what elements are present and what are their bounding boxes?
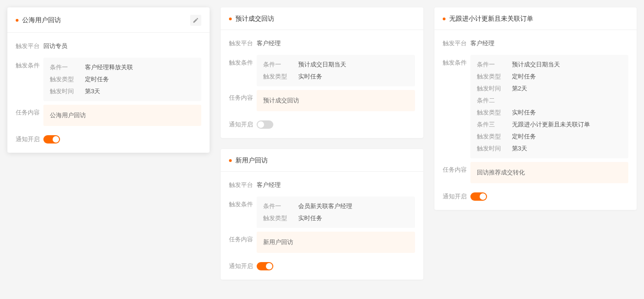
card-header: 预计成交回访: [221, 7, 423, 30]
toggle-knob-icon: [480, 193, 486, 200]
notify-toggle[interactable]: [257, 262, 273, 270]
row-notify: 通知开启: [221, 113, 423, 136]
conditions-block: 条件一 预计成交日期当天 触发类型 实时任务: [257, 55, 415, 86]
label-notify: 通知开启: [16, 131, 43, 144]
notify-toggle[interactable]: [43, 135, 60, 144]
conditions-block: 条件一 客户经理释放关联 触发类型 定时任务 触发时间 第3天: [43, 58, 201, 101]
column-1: 公海用户回访 触发平台 回访专员 触发条件 条件一 客户经理释放关联: [7, 7, 210, 153]
label-notify: 通知开启: [229, 257, 257, 270]
label-content: 任务内容: [229, 90, 257, 102]
content-block: 预计成交回访: [257, 90, 415, 111]
cond-line: 触发时间 第2天: [477, 83, 622, 95]
cond-line: 触发类型 实时任务: [477, 107, 622, 119]
cond-value: 定时任务: [512, 132, 536, 141]
row-platform: 触发平台 客户经理: [221, 175, 423, 195]
notify-toggle[interactable]: [257, 120, 273, 129]
cond-line: 条件一 预计成交日期当天: [477, 59, 622, 71]
cond-key: 触发类型: [263, 72, 287, 81]
row-conditions: 触发条件 条件一 预计成交日期当天 触发类型 实时任务: [221, 53, 423, 88]
card-body: 触发平台 客户经理 触发条件 条件一 预计成交日期当天 触发类型 定时任务: [434, 30, 637, 210]
card-header: 新用户回访: [221, 149, 423, 172]
cond-key: 条件一: [50, 63, 74, 72]
card-title-text: 公海用户回访: [22, 16, 61, 24]
status-dot-icon: [229, 18, 232, 20]
content-block: 新用户回访: [257, 232, 415, 253]
toggle-knob-icon: [258, 121, 264, 128]
cond-value: 定时任务: [85, 75, 109, 84]
label-platform: 触发平台: [229, 36, 257, 48]
column-2: 预计成交回访 触发平台 客户经理 触发条件 条件一 预计成交日期当天: [221, 7, 423, 280]
row-platform: 触发平台 回访专员: [7, 36, 210, 56]
cond-key: 条件二: [477, 96, 501, 105]
card-header: 公海用户回访: [7, 7, 210, 33]
value-platform: 客户经理: [257, 36, 415, 51]
cond-key: 触发时间: [477, 144, 501, 153]
status-dot-icon: [229, 159, 232, 162]
cond-key: 条件一: [263, 60, 287, 69]
cond-line: 触发类型 定时任务: [477, 71, 622, 83]
label-content: 任务内容: [16, 105, 43, 117]
cond-key: 触发类型: [477, 132, 501, 141]
card-body: 触发平台 回访专员 触发条件 条件一 客户经理释放关联 触发类型 定时任务: [7, 33, 210, 153]
cond-key: 触发类型: [477, 72, 501, 81]
pencil-icon: [193, 17, 199, 24]
cond-value: 第3天: [512, 144, 527, 153]
card-title: 新用户回访: [229, 156, 268, 165]
label-platform: 触发平台: [443, 36, 470, 48]
cond-value: 实时任务: [512, 108, 536, 117]
card-title: 无跟进小计更新且未关联订单: [443, 15, 533, 23]
card-expected-deal-revisit: 预计成交回访 触发平台 客户经理 触发条件 条件一 预计成交日期当天: [221, 7, 423, 138]
row-notify: 通知开启: [7, 128, 210, 151]
row-platform: 触发平台 客户经理: [434, 34, 637, 53]
cond-key: 条件一: [477, 60, 501, 69]
cond-key: 触发类型: [477, 108, 501, 117]
card-header: 无跟进小计更新且未关联订单: [434, 7, 637, 30]
cond-value: 定时任务: [512, 72, 536, 81]
toggle-knob-icon: [53, 136, 59, 143]
cond-value: 会员新关联客户经理: [298, 202, 352, 210]
cond-line: 触发时间 第3天: [50, 85, 195, 97]
row-conditions: 触发条件 条件一 客户经理释放关联 触发类型 定时任务 触发时间 第3天: [7, 56, 210, 103]
cond-value: 客户经理释放关联: [85, 63, 133, 72]
cond-line: 条件一 预计成交日期当天: [263, 59, 408, 71]
value-platform: 客户经理: [257, 177, 415, 193]
content-block: 公海用户回访: [43, 105, 201, 126]
toggle-knob-icon: [266, 263, 272, 269]
card-no-followup-no-order: 无跟进小计更新且未关联订单 触发平台 客户经理 触发条件 条件一 预计成交日期当…: [434, 7, 637, 210]
label-platform: 触发平台: [16, 38, 43, 50]
edit-button[interactable]: [190, 15, 201, 26]
row-content: 任务内容 新用户回访: [221, 230, 423, 255]
cond-key: 触发时间: [50, 87, 74, 96]
row-notify: 通知开启: [434, 185, 637, 208]
column-3: 无跟进小计更新且未关联订单 触发平台 客户经理 触发条件 条件一 预计成交日期当…: [434, 7, 637, 210]
row-content: 任务内容 预计成交回访: [221, 88, 423, 113]
value-platform: 客户经理: [470, 36, 628, 51]
card-title: 预计成交回访: [229, 15, 274, 23]
cond-key: 触发时间: [477, 84, 501, 93]
cond-line: 触发类型 实时任务: [263, 212, 408, 224]
conditions-block: 条件一 预计成交日期当天 触发类型 定时任务 触发时间 第2天 条件二: [470, 55, 628, 158]
row-conditions: 触发条件 条件一 预计成交日期当天 触发类型 定时任务 触发时间 第2天: [434, 53, 637, 160]
label-platform: 触发平台: [229, 177, 257, 189]
card-title-text: 预计成交回访: [235, 15, 274, 23]
cond-value: 预计成交日期当天: [298, 60, 346, 69]
status-dot-icon: [443, 18, 445, 20]
cond-line: 条件二: [477, 95, 622, 107]
row-platform: 触发平台 客户经理: [221, 34, 423, 53]
card-title-text: 新用户回访: [235, 156, 268, 165]
card-body: 触发平台 客户经理 触发条件 条件一 预计成交日期当天 触发类型 实时任务: [221, 30, 423, 138]
row-content: 任务内容 公海用户回访: [7, 103, 210, 128]
cond-value: 实时任务: [298, 214, 322, 222]
label-content: 任务内容: [229, 232, 257, 244]
cond-key: 触发类型: [50, 75, 74, 84]
card-public-sea-revisit: 公海用户回访 触发平台 回访专员 触发条件 条件一 客户经理释放关联: [7, 7, 210, 153]
cond-key: 条件三: [477, 120, 501, 129]
cond-line: 触发时间 第3天: [477, 143, 622, 155]
notify-toggle[interactable]: [470, 192, 487, 201]
cond-value: 第3天: [85, 87, 100, 96]
cond-value: 预计成交日期当天: [512, 60, 560, 69]
cond-line: 条件一 会员新关联客户经理: [263, 200, 408, 212]
cond-line: 触发类型 实时任务: [263, 71, 408, 83]
status-dot-icon: [16, 19, 18, 22]
cond-line: 触发类型 定时任务: [50, 73, 195, 85]
